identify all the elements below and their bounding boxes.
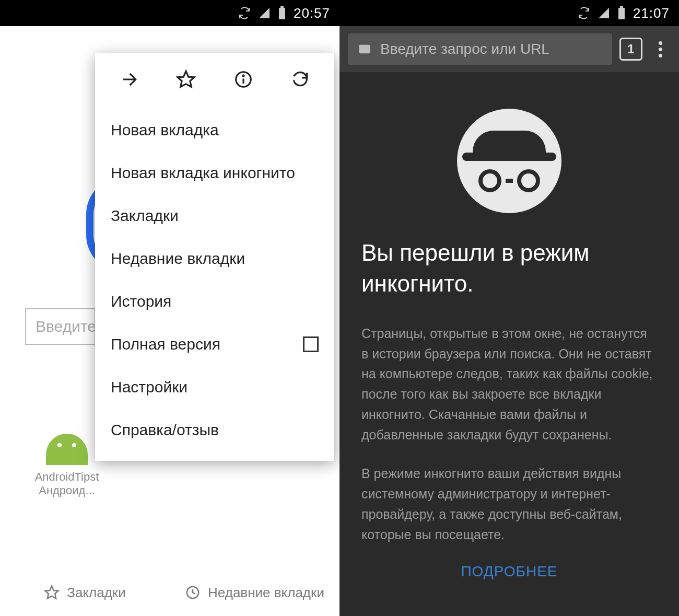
learn-more-link[interactable]: ПОДРОБНЕЕ	[361, 563, 657, 580]
shortcut-title-line2: Андроид...	[25, 484, 109, 497]
menu-help-feedback[interactable]: Справка/отзыв	[95, 409, 334, 451]
menu-new-incognito-tab[interactable]: Новая вкладка инкогнито	[95, 152, 334, 194]
overflow-menu-button[interactable]	[650, 38, 671, 61]
menu-bookmarks[interactable]: Закладки	[95, 194, 334, 237]
status-bar: 20:57	[0, 0, 340, 26]
status-time: 20:57	[294, 5, 330, 21]
shortcut-title-line1: AndroidTipst	[25, 470, 109, 484]
reload-button[interactable]	[285, 64, 316, 95]
incognito-paragraph-2: В режиме инкогнито ваши действия видны с…	[361, 463, 657, 544]
bookmark-star-button[interactable]	[170, 64, 202, 95]
screenshot-left: 20:57 Введите AndroidTipst Андроид... За…	[0, 0, 340, 616]
android-icon	[46, 434, 88, 465]
overflow-menu: Новая вкладка Новая вкладка инкогнито За…	[95, 53, 334, 461]
bottombar-recent-label: Недавние вкладки	[208, 585, 324, 601]
sync-icon	[238, 7, 251, 19]
menu-history[interactable]: История	[95, 280, 334, 323]
svg-point-7	[243, 75, 244, 76]
status-bar: 21:07	[340, 0, 679, 26]
bottombar-bookmarks[interactable]: Закладки	[0, 585, 170, 601]
menu-new-tab[interactable]: Новая вкладка	[95, 109, 334, 152]
sync-icon	[578, 7, 590, 19]
signal-icon	[258, 7, 271, 19]
search-input[interactable]: Введите	[25, 308, 96, 345]
svg-rect-10	[359, 45, 370, 53]
address-bar[interactable]: Введите запрос или URL	[348, 33, 612, 65]
tab-count: 1	[627, 42, 634, 56]
battery-icon	[617, 6, 626, 20]
forward-button[interactable]	[113, 64, 145, 95]
svg-rect-1	[280, 6, 284, 8]
browser-new-tab: Введите AndroidTipst Андроид... Закладки…	[0, 26, 340, 616]
tab-switcher-button[interactable]: 1	[619, 38, 642, 61]
status-time: 21:07	[633, 5, 670, 21]
battery-icon	[278, 6, 286, 20]
incognito-page: Введите запрос или URL 1 Вы перешли в ре…	[340, 26, 679, 616]
menu-top-actions	[95, 53, 334, 106]
bottom-bar: Закладки Недавние вкладки	[0, 569, 340, 616]
browser-toolbar: Введите запрос или URL 1	[340, 26, 679, 72]
incognito-icon	[457, 109, 561, 213]
svg-rect-8	[618, 8, 625, 19]
incognito-title: Вы перешли в режим инкогнито.	[361, 237, 657, 299]
svg-rect-9	[620, 6, 623, 8]
menu-recent-tabs[interactable]: Недавние вкладки	[95, 237, 334, 280]
info-button[interactable]	[228, 64, 259, 95]
search-placeholder: Введите	[36, 318, 96, 335]
address-placeholder: Введите запрос или URL	[380, 41, 549, 57]
svg-rect-0	[279, 8, 285, 19]
star-icon	[44, 585, 60, 600]
signal-icon	[598, 7, 610, 19]
screenshot-right: 21:07 Введите запрос или URL 1 Вы перешл…	[340, 0, 679, 616]
bottombar-recent[interactable]: Недавние вкладки	[170, 585, 340, 601]
menu-items: Новая вкладка Новая вкладка инкогнито За…	[95, 106, 334, 461]
incognito-paragraph-1: Страницы, открытые в этом окне, не остан…	[361, 323, 657, 445]
checkbox-icon[interactable]	[303, 336, 319, 352]
svg-marker-4	[178, 71, 194, 87]
menu-settings[interactable]: Настройки	[95, 366, 334, 409]
incognito-content: Вы перешли в режим инкогнито. Страницы, …	[340, 72, 679, 616]
clock-icon	[185, 585, 201, 600]
bottombar-bookmarks-label: Закладки	[67, 585, 126, 601]
menu-desktop-site[interactable]: Полная версия	[95, 323, 334, 366]
svg-marker-2	[45, 586, 58, 599]
incognito-badge-icon	[357, 42, 372, 56]
